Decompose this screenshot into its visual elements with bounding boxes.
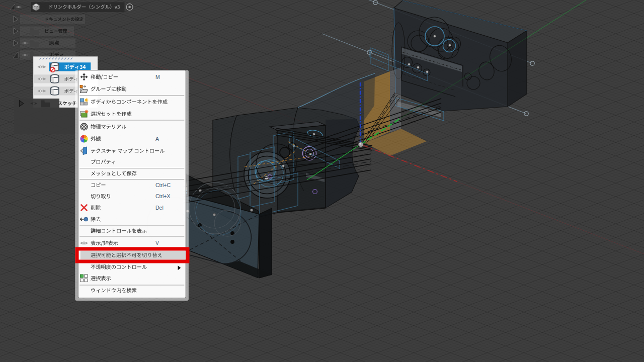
svg-text:M: M [155, 74, 160, 80]
svg-text:Ctrl+C: Ctrl+C [155, 182, 171, 188]
svg-text:Ctrl+X: Ctrl+X [155, 193, 170, 199]
svg-text:V: V [155, 240, 159, 246]
svg-text:A: A [155, 136, 159, 142]
svg-text:Del: Del [155, 205, 164, 211]
